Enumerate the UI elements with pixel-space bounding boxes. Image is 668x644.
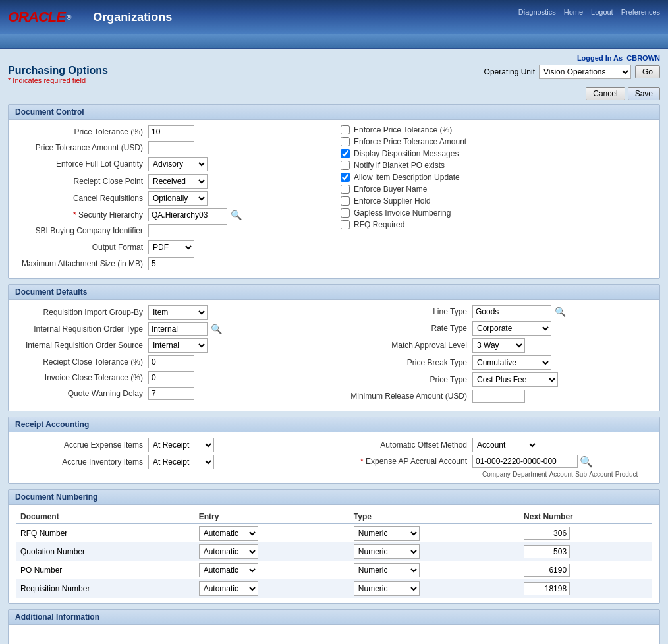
price-type-label: Price Type <box>341 375 472 384</box>
max-attachment-input[interactable] <box>148 257 194 270</box>
enforce-supplier-hold-checkbox[interactable] <box>341 196 350 206</box>
next-number-po-input[interactable] <box>524 564 570 577</box>
next-number-requisition-input[interactable] <box>524 582 570 595</box>
receipt-accounting-header: Receipt Accounting <box>9 417 659 432</box>
col-entry: Entry <box>195 510 350 524</box>
enforce-price-tolerance-label: Enforce Price Tolerance (%) <box>354 125 452 134</box>
expense-ap-search-icon[interactable]: 🔍 <box>580 455 592 467</box>
allow-item-desc-row: Allow Item Description Update <box>341 173 652 182</box>
logout-link[interactable]: Logout <box>591 8 613 16</box>
enforce-price-tolerance-checkbox[interactable] <box>341 125 350 134</box>
type-quotation: NumericAlphanumeric <box>350 542 520 561</box>
receipt-right: Automatic Offset Method Account Balancin… <box>341 438 652 478</box>
price-type-select[interactable]: Cost Plus Fee Fixed Price Variable <box>472 372 558 387</box>
type-requisition-select[interactable]: NumericAlphanumeric <box>354 581 420 596</box>
enforce-buyer-name-label: Enforce Buyer Name <box>354 185 427 194</box>
line-type-input[interactable] <box>472 305 551 318</box>
col-next-number: Next Number <box>520 510 652 524</box>
accrue-inventory-select[interactable]: At Receipt Period End <box>148 455 214 469</box>
output-format-select[interactable]: PDF HTML RTF <box>148 240 194 254</box>
accrue-inventory-row: Accrue Inventory Items At Receipt Period… <box>16 455 327 469</box>
rate-type-select[interactable]: Corporate Spot User <box>472 321 551 336</box>
go-button[interactable]: Go <box>635 65 660 78</box>
match-approval-select[interactable]: 2 Way 3 Way 4 Way <box>472 338 525 353</box>
cancel-button-top[interactable]: Cancel <box>586 87 625 100</box>
expense-ap-group: 🔍 <box>472 455 592 468</box>
notify-blanket-checkbox[interactable] <box>341 161 350 170</box>
output-format-row: Output Format PDF HTML RTF <box>16 240 327 254</box>
operating-unit-select[interactable]: Vision Operations <box>539 65 631 79</box>
quote-warning-row: Quote Warning Delay <box>16 387 327 400</box>
internal-req-order-source-select[interactable]: Internal <box>148 338 208 353</box>
doc-control-right: Enforce Price Tolerance (%) Enforce Pric… <box>341 125 652 273</box>
receipt-close-label: Reciept Close Point <box>16 177 148 186</box>
next-number-rfq-input[interactable] <box>524 527 570 540</box>
accrue-expense-select[interactable]: At Receipt Period End <box>148 438 214 452</box>
enforce-full-lot-label: Enforce Full Lot Quantity <box>16 160 148 169</box>
display-disposition-checkbox[interactable] <box>341 149 350 158</box>
diagnostics-link[interactable]: Diagnostics <box>518 8 556 16</box>
price-tolerance-amount-input[interactable] <box>148 141 194 154</box>
entry-requisition-select[interactable]: AutomaticManual <box>199 581 258 596</box>
invoice-close-tolerance-input[interactable] <box>148 371 194 384</box>
rfq-required-checkbox[interactable] <box>341 220 350 229</box>
enforce-full-lot-select[interactable]: Advisory None Reject <box>148 157 208 171</box>
document-numbering-table: Document Entry Type Next Number RFQ Numb… <box>16 510 652 598</box>
invoice-close-tolerance-label: Invoice Close Tolerance (%) <box>16 373 148 382</box>
price-tolerance-amount-label: Price Tolerance Amount (USD) <box>16 143 148 152</box>
additional-information-header: Additional Information <box>9 610 659 625</box>
type-requisition: NumericAlphanumeric <box>350 579 520 598</box>
logged-in-user[interactable]: CBROWN <box>626 54 660 62</box>
internal-req-search-icon[interactable]: 🔍 <box>210 323 222 335</box>
line-type-search-icon[interactable]: 🔍 <box>554 306 566 318</box>
preferences-link[interactable]: Preferences <box>621 8 660 16</box>
enforce-price-amount-label: Enforce Price Tolerance Amount <box>354 137 466 146</box>
receipt-close-select[interactable]: Received Accepted None <box>148 174 208 189</box>
type-po-select[interactable]: NumericAlphanumeric <box>354 563 420 577</box>
entry-quotation-select[interactable]: AutomaticManual <box>199 544 258 559</box>
enforce-price-amount-checkbox[interactable] <box>341 137 350 146</box>
enforce-buyer-name-checkbox[interactable] <box>341 185 350 194</box>
price-break-type-label: Price Break Type <box>341 358 472 367</box>
next-number-quotation-input[interactable] <box>524 545 570 558</box>
min-release-row: Minimum Release Amount (USD) <box>341 390 652 403</box>
price-break-type-select[interactable]: Cumulative Non-Cumulative <box>472 355 551 370</box>
next-number-quotation <box>520 542 652 561</box>
internal-req-order-type-group: 🔍 <box>148 322 222 336</box>
min-release-input[interactable] <box>472 390 525 403</box>
entry-quotation: AutomaticManual <box>195 542 350 561</box>
oracle-reg-icon: ® <box>67 14 71 21</box>
expense-ap-row: * Expense AP Accrual Account 🔍 <box>341 455 652 468</box>
save-button-top[interactable]: Save <box>628 87 660 100</box>
oracle-logo: ORACLE ® <box>8 9 71 26</box>
type-rfq-select[interactable]: NumericAlphanumeric <box>354 526 420 541</box>
type-quotation-select[interactable]: NumericAlphanumeric <box>354 544 420 559</box>
security-hierarchy-input[interactable] <box>148 208 227 221</box>
internal-req-order-type-input[interactable] <box>148 322 208 336</box>
entry-po-select[interactable]: AutomaticManual <box>199 563 258 577</box>
allow-item-desc-checkbox[interactable] <box>341 173 350 182</box>
auto-offset-select[interactable]: Account Balancing <box>472 438 538 452</box>
expense-ap-input[interactable] <box>472 455 578 468</box>
receipt-close-tolerance-input[interactable] <box>148 355 194 368</box>
line-type-label: Line Type <box>341 307 472 316</box>
enforce-price-amount-row: Enforce Price Tolerance Amount <box>341 137 652 146</box>
notify-blanket-row: Notify if Blanket PO exists <box>341 161 652 170</box>
entry-rfq-select[interactable]: AutomaticManual <box>199 526 258 541</box>
security-hierarchy-search-icon[interactable]: 🔍 <box>230 209 242 221</box>
quote-warning-input[interactable] <box>148 387 194 400</box>
req-import-select[interactable]: Item Location None <box>148 305 208 320</box>
rate-type-row: Rate Type Corporate Spot User <box>341 321 652 336</box>
rate-type-label: Rate Type <box>341 324 472 333</box>
internal-req-order-type-label: Internal Requisition Order Type <box>16 324 148 334</box>
price-tolerance-input[interactable] <box>148 125 194 138</box>
home-link[interactable]: Home <box>564 8 583 16</box>
internal-req-order-type-row: Internal Requisition Order Type 🔍 <box>16 322 327 336</box>
line-type-group: 🔍 <box>472 305 566 318</box>
display-disposition-label: Display Disposition Messages <box>354 149 459 158</box>
logged-in-label: Logged In As <box>577 54 623 62</box>
security-hierarchy-row: * Security Hierarchy 🔍 <box>16 208 327 221</box>
sbi-input[interactable] <box>148 224 227 237</box>
cancel-req-select[interactable]: Optionally Always Never <box>148 191 208 206</box>
gapless-invoice-checkbox[interactable] <box>341 208 350 218</box>
